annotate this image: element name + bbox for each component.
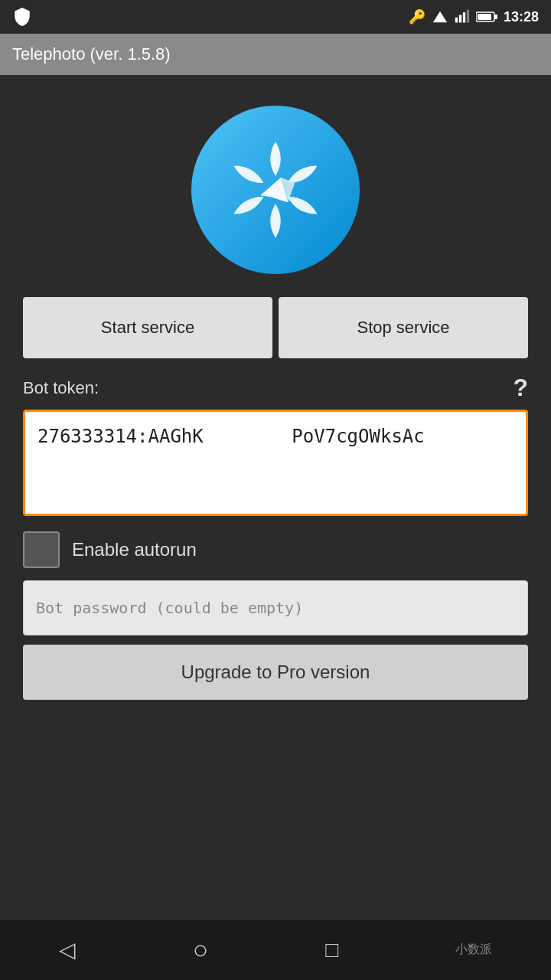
svg-marker-0: [433, 11, 447, 23]
status-bar-right: 🔑 13:28: [409, 8, 539, 25]
autorun-label: Enable autorun: [72, 539, 197, 560]
buttons-row: Start service Stop service: [23, 297, 528, 358]
watermark: 小数派: [455, 942, 492, 958]
app-title: Telephoto (ver. 1.5.8): [12, 44, 171, 64]
logo-svg: [207, 121, 344, 259]
autorun-row: Enable autorun: [23, 531, 528, 568]
main-content: Start service Stop service Bot token: ? …: [0, 75, 551, 919]
svg-rect-3: [463, 12, 465, 22]
token-label: Bot token:: [23, 378, 99, 398]
status-bar-left: [12, 7, 32, 27]
stop-service-button[interactable]: Stop service: [279, 297, 528, 358]
wifi-icon: [432, 8, 448, 25]
autorun-checkbox[interactable]: [23, 531, 60, 568]
svg-rect-7: [478, 14, 491, 20]
nav-bar: ◁ ○ □ 小数派: [0, 919, 551, 980]
key-icon: 🔑: [409, 8, 425, 25]
logo-container: [191, 106, 360, 274]
svg-rect-4: [467, 10, 469, 23]
signal-icon: [455, 9, 470, 24]
token-input[interactable]: 276333314:AAGhK PoV7cgOWksAc: [23, 410, 528, 516]
shield-icon: [12, 7, 32, 27]
svg-rect-2: [459, 15, 461, 23]
app-logo: [191, 106, 360, 274]
start-service-button[interactable]: Start service: [23, 297, 272, 358]
password-input[interactable]: [23, 580, 528, 635]
title-bar: Telephoto (ver. 1.5.8): [0, 34, 551, 75]
recents-button[interactable]: □: [325, 938, 338, 962]
help-icon[interactable]: ?: [513, 374, 528, 402]
back-button[interactable]: ◁: [59, 937, 76, 962]
token-label-row: Bot token: ?: [23, 374, 528, 402]
status-bar: 🔑 13:28: [0, 0, 551, 34]
battery-icon: [476, 11, 497, 23]
home-button[interactable]: ○: [193, 935, 209, 965]
time: 13:28: [504, 9, 539, 25]
upgrade-button[interactable]: Upgrade to Pro version: [23, 645, 528, 700]
svg-rect-6: [494, 15, 497, 19]
svg-rect-1: [455, 18, 458, 23]
